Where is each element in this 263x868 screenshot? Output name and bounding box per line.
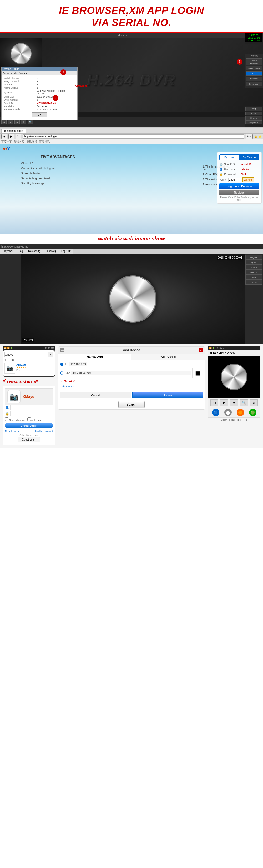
toolbar-btn-4[interactable]: ⊞	[21, 120, 26, 124]
update-button[interactable]: Update	[132, 392, 203, 399]
back-btn[interactable]: ◀	[1, 134, 7, 139]
toolbar-btn-3[interactable]: ■	[14, 120, 20, 124]
rt-icon-ptz[interactable]: 🟢	[249, 409, 256, 416]
cloud-login-button[interactable]: Cloud Login	[5, 423, 53, 429]
password-input[interactable]	[10, 411, 53, 416]
register-button[interactable]: Register	[219, 190, 259, 195]
toolbar-btn-1[interactable]: ◀	[1, 120, 7, 124]
nav-logout[interactable]: Log Out	[59, 249, 73, 255]
system-btn[interactable]: System	[245, 116, 262, 120]
sixteen-btn[interactable]: Sixteen	[245, 270, 262, 275]
wifi-config-tab[interactable]: WIFI Config	[131, 354, 205, 360]
nav-items: Playback Log DeviceCfg LocalCfg Log Out	[0, 249, 73, 255]
search-clear-btn[interactable]: ✕	[47, 352, 54, 358]
nav-playback[interactable]: Playback	[0, 249, 16, 255]
remember-me-label[interactable]: Remember me	[5, 417, 25, 422]
rt-labels: Zoom Focus Iris PTZ	[208, 418, 260, 422]
rt-icon-focus[interactable]: ⬤	[224, 409, 232, 416]
table-row: Alarm In 4	[3, 83, 76, 86]
login-panel: By User By Device 📡 SerialNO. serial ID …	[217, 152, 262, 204]
exit-btn[interactable]: Exit	[245, 71, 262, 76]
bookmark-4[interactable]: 百度贴吧	[39, 140, 50, 144]
lock-icon: 🔒	[219, 172, 223, 176]
focus-btn[interactable]: ⊕	[250, 399, 258, 406]
playback-btn[interactable]: PlayBack	[245, 121, 262, 124]
nav-log[interactable]: Log	[16, 249, 26, 255]
username-field: 👤 Username admin	[219, 167, 259, 171]
bookmark-2[interactable]: 新浪首页	[14, 140, 25, 144]
xmeye-app-icon: 📷	[7, 390, 21, 403]
account-btn[interactable]: Account	[245, 76, 262, 81]
device-manager-btn[interactable]: Device Manager	[245, 58, 262, 65]
nav-devicecfg[interactable]: DeviceCfg	[26, 249, 43, 255]
panel-title-bar: Device Config	[2, 67, 77, 71]
register-link[interactable]: Register user	[5, 430, 19, 432]
adv-4: Security is guaranteed	[21, 176, 95, 181]
realtime-video-panel: 📶 🔋 12:19 AM ◀ Real-time Video ⏮ ▶ ■ 🔍 ⊕…	[208, 346, 260, 445]
auto-login-label[interactable]: Auto-login	[27, 417, 42, 422]
toolbar-btn-5[interactable]: 🔍	[28, 120, 33, 124]
toolbar-btn-2[interactable]: ▶	[8, 120, 13, 124]
qr-icon: ▣	[192, 368, 203, 378]
rt-icon-zoom[interactable]: 🔵	[212, 409, 219, 416]
zoom-btn[interactable]: 🔍	[240, 399, 248, 406]
rt-controls: ⏮ ▶ ■ 🔍 ⊕	[208, 398, 260, 407]
quad-btn[interactable]: Quad	[245, 260, 262, 265]
nine-btn[interactable]: Nine S	[245, 265, 262, 270]
login-preview-button[interactable]: Login and Preview	[219, 183, 259, 189]
ok-button[interactable]: OK	[32, 112, 47, 117]
table-row: System V4.02.R12.00008510, I0033, V4.286…	[3, 89, 76, 95]
browser-tab[interactable]: xmseye.net/login	[1, 129, 26, 133]
checkbox-row: Remember me Auto-login	[5, 417, 53, 422]
add-device-header: — Add Device ✕	[58, 347, 205, 354]
guest-login-button[interactable]: Guest Login	[18, 437, 40, 442]
advanced-link[interactable]: Advanced	[60, 384, 203, 389]
rewind-btn[interactable]: ⏮	[210, 399, 218, 406]
local-log-btn[interactable]: Local Log	[245, 82, 262, 86]
app-icon: 📷	[4, 363, 15, 373]
forward-btn[interactable]: ▶	[8, 134, 14, 139]
verify-row: Verify 2805	[219, 177, 259, 182]
color-btn[interactable]: Color	[245, 112, 262, 116]
address-input[interactable]	[23, 134, 244, 138]
serial-icon: 📡	[219, 162, 223, 166]
nav-localcfg[interactable]: LocalCfg	[43, 249, 58, 255]
adv-1: Cloud 1.0	[21, 161, 95, 166]
close-btn[interactable]: ✕	[199, 348, 203, 352]
manual-add-tab[interactable]: Manual Add	[58, 354, 131, 360]
auto-login-checkbox[interactable]	[27, 417, 31, 421]
web-viewer-section: http://www.xmseye.net Playback Log Devic…	[0, 244, 263, 344]
camera-preview-1	[0, 38, 42, 69]
refresh-btn[interactable]: ↻	[15, 134, 21, 139]
search-button[interactable]: Search	[118, 401, 145, 408]
add-btn[interactable]: Add	[245, 275, 262, 280]
remember-me-checkbox[interactable]	[5, 417, 8, 421]
serial-id-annotation: ← Serial ID	[71, 84, 88, 88]
delete-btn[interactable]: Delete	[245, 280, 262, 285]
verify-input[interactable]	[228, 178, 241, 182]
bookmarks-bar: 百度一下 新浪首页 腾讯微博 百度贴吧	[0, 140, 263, 144]
app-rating: ★★★★★	[16, 366, 54, 369]
bookmark-1[interactable]: 百度一下	[1, 140, 12, 144]
modify-password-link[interactable]: Modify password	[35, 430, 53, 432]
ip-radio[interactable]	[60, 363, 63, 366]
go-btn[interactable]: Go	[245, 134, 253, 139]
username-input[interactable]	[10, 405, 53, 410]
play-btn[interactable]: ▶	[220, 399, 228, 406]
cancel-button[interactable]: Cancel	[60, 392, 131, 399]
local-config-btn[interactable]: Local Config	[245, 66, 262, 70]
by-device-tab[interactable]: By Device	[239, 155, 259, 160]
ptz-btn[interactable]: PTZ	[245, 107, 262, 111]
rt-cam-wheel	[221, 364, 247, 390]
bookmark-3[interactable]: 腾讯微博	[27, 140, 37, 144]
serial-radio[interactable]	[60, 371, 63, 375]
by-user-tab[interactable]: By User	[220, 155, 239, 160]
serial-input[interactable]	[71, 371, 191, 375]
app-search-input[interactable]	[4, 352, 47, 358]
security-icon: 🔒	[254, 135, 257, 138]
single-btn[interactable]: Single B	[245, 255, 262, 259]
results-label: 1 RESULT	[4, 359, 54, 362]
rt-icon-iris[interactable]: 🟠	[237, 409, 244, 416]
stop-btn[interactable]: ■	[230, 399, 238, 406]
minimize-btn[interactable]: —	[60, 348, 64, 352]
